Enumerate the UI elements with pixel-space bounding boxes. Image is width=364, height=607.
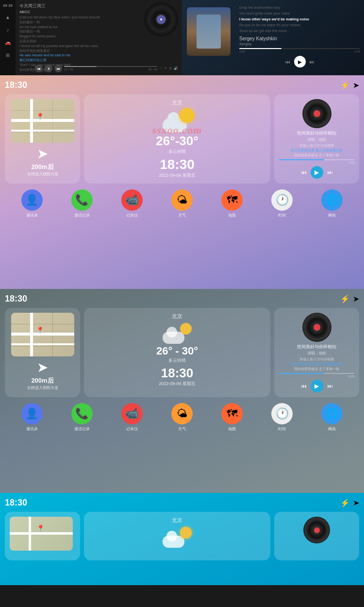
music-artist: 演唱：柏松 <box>279 137 354 142</box>
grid-icon[interactable]: ⊞ <box>4 52 11 59</box>
app-calls-2[interactable]: 📞 通话记录 <box>71 403 93 432</box>
app-weather[interactable]: 🌤 天气 <box>171 189 193 218</box>
contacts-label-2: 通讯录 <box>26 426 38 432</box>
music-play-2[interactable]: ▶ <box>311 380 323 392</box>
nav-widget-2: 📍 ➤ 200m后 右拐进入朝阳大道 <box>5 308 80 397</box>
music-play[interactable]: ▶ <box>311 166 323 179</box>
panel-2-header: 18:30 ⚡ ➤ <box>5 294 359 304</box>
music-next[interactable]: ⏭ <box>327 169 333 176</box>
network-icon: 🌐 <box>321 189 343 211</box>
nav-map: 📍 <box>11 99 74 143</box>
prev-button[interactable]: ⏮ <box>35 65 43 72</box>
app-contacts[interactable]: 👤 通讯录 <box>21 189 43 218</box>
app-maps[interactable]: 🗺 地图 <box>221 189 243 218</box>
app-weather-2[interactable]: 🌤 天气 <box>171 403 193 432</box>
panel-2-time: 18:30 <box>5 294 27 304</box>
car-icon[interactable]: 🚗 <box>4 39 11 46</box>
progress-fill <box>64 66 97 67</box>
app-clock[interactable]: 🕐 时间 <box>271 189 293 218</box>
app-maps-2[interactable]: 🗺 地图 <box>221 403 243 432</box>
app-recorder[interactable]: 📹 记录仪 <box>121 189 143 218</box>
nav-distance: 200m后 <box>31 163 53 171</box>
next-button[interactable]: ⏭ <box>54 65 62 72</box>
music-next-2[interactable]: ⏭ <box>327 383 333 389</box>
nav-arrow-2: ➤ <box>37 359 48 375</box>
pr-next[interactable]: ⏭ <box>310 59 314 65</box>
nav-distance-2: 200m后 <box>31 376 53 385</box>
app-network[interactable]: 🌐 网络 <box>321 189 343 218</box>
panel-3-time: 18:30 <box>5 498 27 508</box>
music-prev[interactable]: ⏮ <box>301 169 307 176</box>
map-pin-3: 📍 <box>36 524 45 532</box>
music-vinyl <box>302 99 331 128</box>
music-icon[interactable]: ♪ <box>4 27 11 34</box>
calls-icon-2: 📞 <box>71 403 93 424</box>
weather-city-3: 北京 <box>89 517 265 524</box>
network-label: 网络 <box>328 213 336 218</box>
weather-widget: 北京 ssxoo.com 26°-30° 多云转晴 18:30 2022-09-… <box>84 94 270 184</box>
nav-map-3: 📍 <box>10 517 73 551</box>
clock-label: 时间 <box>278 213 286 218</box>
repeat-icon[interactable]: ↺ <box>164 67 167 70</box>
lightning-icon-3: ⚡ <box>340 498 350 507</box>
pause-button[interactable]: ⏸ <box>45 65 52 72</box>
lyrics-list: Drop the ammunition boy You don't gotta … <box>239 5 360 34</box>
contacts-label: 通讯录 <box>26 213 38 218</box>
list-icon[interactable]: ☰ <box>169 67 172 70</box>
pl-day: 今天周三周三 <box>19 3 100 9</box>
app-recorder-2[interactable]: 📹 记录仪 <box>121 403 143 432</box>
calls-label-2: 通话记录 <box>74 426 90 432</box>
pr-progress-bar[interactable] <box>239 48 360 49</box>
weather-card-3: 北京 <box>84 512 270 560</box>
panel-1-widgets: 📍 ➤ 200m后 右拐进入朝阳大道 北京 ssxoo.com 26°-30° … <box>5 94 359 184</box>
recorder-icon: 📹 <box>121 189 143 211</box>
weather-city-2: 北京 <box>172 313 182 320</box>
heart-icon[interactable]: ♡ <box>159 67 162 70</box>
app-calls[interactable]: 📞 通话记录 <box>71 189 93 218</box>
music-progress[interactable] <box>279 159 354 160</box>
weather-date: 2022-09-09 星期五 <box>159 172 196 179</box>
nav-turn-arrow: ➤ <box>37 146 48 162</box>
maps-label-2: 地图 <box>228 426 236 432</box>
weather-label: 天气 <box>178 213 186 218</box>
weather-desc: 多云转晴 <box>168 149 186 155</box>
music-title-2: 世间美好与你环相扣 <box>279 344 354 350</box>
music-controls-2: ⏮ ▶ ⏭ <box>279 380 354 392</box>
contacts-icon: 👤 <box>21 189 43 211</box>
weather-label-2: 天气 <box>178 426 186 432</box>
time-display: 02 / 29 05 : 46 <box>64 68 157 71</box>
car-panel-1: 18:30 ⚡ ➤ 📍 ➤ 200m后 <box>0 75 364 289</box>
pr-time: 2:35 5:35 <box>239 50 360 53</box>
music-card-3 <box>274 512 359 560</box>
panel-3-header: 18:30 ⚡ ➤ <box>5 498 359 508</box>
weather-app-icon: 🌤 <box>171 189 193 211</box>
music-prev-2[interactable]: ⏮ <box>301 383 307 389</box>
pr-prev[interactable]: ⏮ <box>285 59 290 65</box>
player-left: 09 35 ▲ ♪ 🚗 ⊞ 今天周三周三 ABCC Cold iron fell… <box>0 0 182 75</box>
maps-label: 地图 <box>228 213 236 218</box>
lightning-icon-2: ⚡ <box>340 294 350 304</box>
artist-name: Sergey Katyshkin <box>239 36 360 41</box>
pr-play[interactable]: ▶ <box>294 56 306 67</box>
nav-map-2: 📍 <box>11 313 74 356</box>
app-clock-2[interactable]: 🕐 时间 <box>271 403 293 432</box>
music-time: 3:55 <box>279 161 354 164</box>
player-right: Drop the ammunition boy You don't gotta … <box>182 0 364 75</box>
music-progress-2[interactable] <box>279 373 354 374</box>
pr-controls: ⏮ ▶ ⏭ <box>239 56 360 67</box>
map-pin: 📍 <box>36 113 44 120</box>
panel-1-time: 18:30 <box>5 80 27 90</box>
recorder-label: 记录仪 <box>126 213 138 218</box>
progress-bar[interactable] <box>64 66 157 67</box>
app-network-2[interactable]: 🌐 网络 <box>321 403 343 432</box>
volume-icon[interactable]: 🔊 <box>174 67 178 70</box>
music-widget: 世间美好与你环相扣 演唱：柏松 穿越人海 只为与你相拥 也日日夜夜念着 愿人生路… <box>274 94 359 184</box>
car-panel-2: 18:30 ⚡ ➤ 📍 ➤ 200m后 <box>0 289 364 493</box>
maps-icon: 🗺 <box>221 189 243 211</box>
top-music-players: 09 35 ▲ ♪ 🚗 ⊞ 今天周三周三 ABCC Cold iron fell… <box>0 0 364 75</box>
nav-instruction-2: 右拐进入朝阳大道 <box>27 385 58 390</box>
nav-icon[interactable]: ▲ <box>4 14 11 21</box>
app-contacts-2[interactable]: 👤 通讯录 <box>21 403 43 432</box>
music-widget-2: 世间美好与你环相扣 演唱：柏松 穿越人海 只为与你相拥 也日日夜夜念着 愿人生路… <box>274 308 359 397</box>
lightning-icon: ⚡ <box>340 81 350 90</box>
